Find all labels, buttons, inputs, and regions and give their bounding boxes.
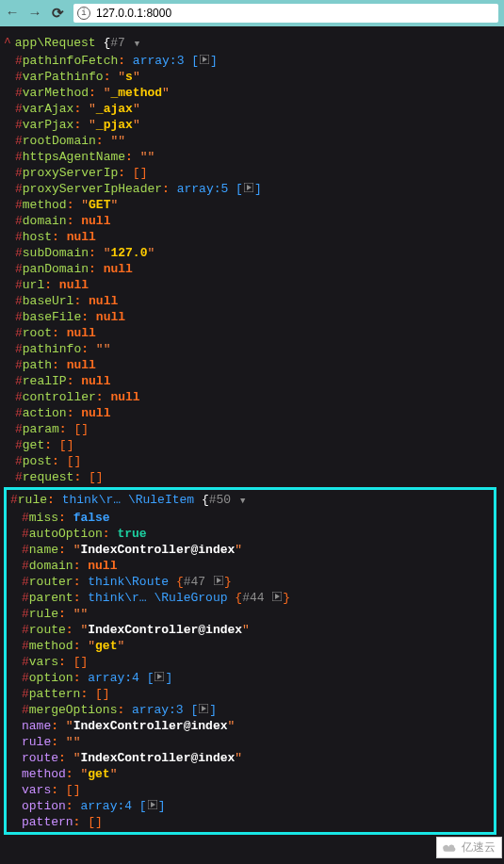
prop-varAjax[interactable]: #varAjax: "_ajax" xyxy=(4,101,500,117)
prop-router[interactable]: #router: think\Route {#47 } xyxy=(10,574,490,590)
expand-icon[interactable] xyxy=(147,800,158,809)
svg-marker-3 xyxy=(247,185,252,190)
prop-controller[interactable]: #controller: null xyxy=(4,389,500,405)
prop-get[interactable]: #get: [] xyxy=(4,437,500,453)
prop-baseFile[interactable]: #baseFile: null xyxy=(4,309,500,325)
svg-marker-1 xyxy=(203,57,207,62)
reload-icon[interactable]: ⟳ xyxy=(51,7,64,20)
svg-marker-9 xyxy=(157,674,162,679)
prop-name[interactable]: #name: "IndexController@index" xyxy=(10,542,490,558)
svg-marker-5 xyxy=(217,578,221,583)
prop-param[interactable]: #param: [] xyxy=(4,421,500,437)
prop-option[interactable]: option: array:4 [] xyxy=(10,798,490,814)
rule-object-header[interactable]: #rule: think\r… \RuleItem {#50 ▼ xyxy=(10,492,490,510)
root-object-header[interactable]: ^app\Request {#7 ▼ xyxy=(4,35,500,53)
svg-marker-13 xyxy=(151,802,155,807)
prop-route[interactable]: #route: "IndexController@index" xyxy=(10,622,490,638)
prop-pattern[interactable]: pattern: [] xyxy=(10,814,490,830)
prop-panDomain[interactable]: #panDomain: null xyxy=(4,261,500,277)
cloud-icon xyxy=(443,843,458,853)
debug-panel: ^app\Request {#7 ▼ #pathinfoFetch: array… xyxy=(0,26,504,864)
prop-rule[interactable]: rule: "" xyxy=(10,734,490,750)
expand-icon[interactable] xyxy=(199,55,210,64)
expand-icon[interactable] xyxy=(243,183,254,192)
caret-icon: ^ xyxy=(4,36,11,50)
prop-realIP[interactable]: #realIP: null xyxy=(4,373,500,389)
prop-varMethod[interactable]: #varMethod: "_method" xyxy=(4,85,500,101)
prop-domain[interactable]: #domain: null xyxy=(10,558,490,574)
prop-route[interactable]: route: "IndexController@index" xyxy=(10,750,490,766)
prop-request[interactable]: #request: [] xyxy=(4,469,500,485)
prop-httpsAgentName[interactable]: #httpsAgentName: "" xyxy=(4,149,500,165)
back-icon[interactable]: ← xyxy=(6,7,19,20)
prop-domain[interactable]: #domain: null xyxy=(4,213,500,229)
prop-vars[interactable]: vars: [] xyxy=(10,782,490,798)
prop-host[interactable]: #host: null xyxy=(4,229,500,245)
prop-action[interactable]: #action: null xyxy=(4,405,500,421)
prop-vars[interactable]: #vars: [] xyxy=(10,654,490,670)
prop-varPjax[interactable]: #varPjax: "_pjax" xyxy=(4,117,500,133)
expand-icon[interactable] xyxy=(271,592,283,601)
prop-parent[interactable]: #parent: think\r… \RuleGroup {#44 } xyxy=(10,590,490,606)
prop-root[interactable]: #root: null xyxy=(4,325,500,341)
prop-url[interactable]: #url: null xyxy=(4,277,500,293)
watermark: 亿速云 xyxy=(436,837,502,858)
url-text: 127.0.0.1:8000 xyxy=(96,7,171,20)
prop-rootDomain[interactable]: #rootDomain: "" xyxy=(4,133,500,149)
prop-path[interactable]: #path: null xyxy=(4,357,500,373)
svg-marker-11 xyxy=(202,706,206,711)
prop-baseUrl[interactable]: #baseUrl: null xyxy=(4,293,500,309)
highlighted-rule-box: #rule: think\r… \RuleItem {#50 ▼ #miss: … xyxy=(4,487,496,835)
prop-pattern[interactable]: #pattern: [] xyxy=(10,686,490,702)
forward-icon[interactable]: → xyxy=(28,7,41,20)
chevron-down-icon[interactable]: ▼ xyxy=(240,497,245,506)
prop-name[interactable]: name: "IndexController@index" xyxy=(10,718,490,734)
prop-post[interactable]: #post: [] xyxy=(4,453,500,469)
url-bar[interactable]: i 127.0.0.1:8000 xyxy=(73,4,498,23)
prop-method[interactable]: method: "get" xyxy=(10,766,490,782)
prop-miss[interactable]: #miss: false xyxy=(10,510,490,526)
prop-method[interactable]: #method: "GET" xyxy=(4,197,500,213)
prop-rule[interactable]: #rule: "" xyxy=(10,606,490,622)
expand-icon[interactable] xyxy=(154,672,165,681)
chevron-down-icon[interactable]: ▼ xyxy=(135,40,139,49)
prop-varPathinfo[interactable]: #varPathinfo: "s" xyxy=(4,69,500,85)
svg-marker-7 xyxy=(275,594,280,599)
prop-pathinfo[interactable]: #pathinfo: "" xyxy=(4,341,500,357)
prop-proxyServerIpHeader[interactable]: #proxyServerIpHeader: array:5 [] xyxy=(4,181,500,197)
prop-pathinfoFetch[interactable]: #pathinfoFetch: array:3 [] xyxy=(4,53,500,69)
expand-icon[interactable] xyxy=(213,576,224,585)
prop-option[interactable]: #option: array:4 [] xyxy=(10,670,490,686)
prop-method[interactable]: #method: "get" xyxy=(10,638,490,654)
prop-subDomain[interactable]: #subDomain: "127.0" xyxy=(4,245,500,261)
expand-icon[interactable] xyxy=(198,704,209,713)
prop-proxyServerIp[interactable]: #proxyServerIp: [] xyxy=(4,165,500,181)
info-icon[interactable]: i xyxy=(77,7,90,20)
prop-mergeOptions[interactable]: #mergeOptions: array:3 [] xyxy=(10,702,490,718)
prop-autoOption[interactable]: #autoOption: true xyxy=(10,526,490,542)
browser-bar: ← → ⟳ i 127.0.0.1:8000 xyxy=(0,0,504,26)
